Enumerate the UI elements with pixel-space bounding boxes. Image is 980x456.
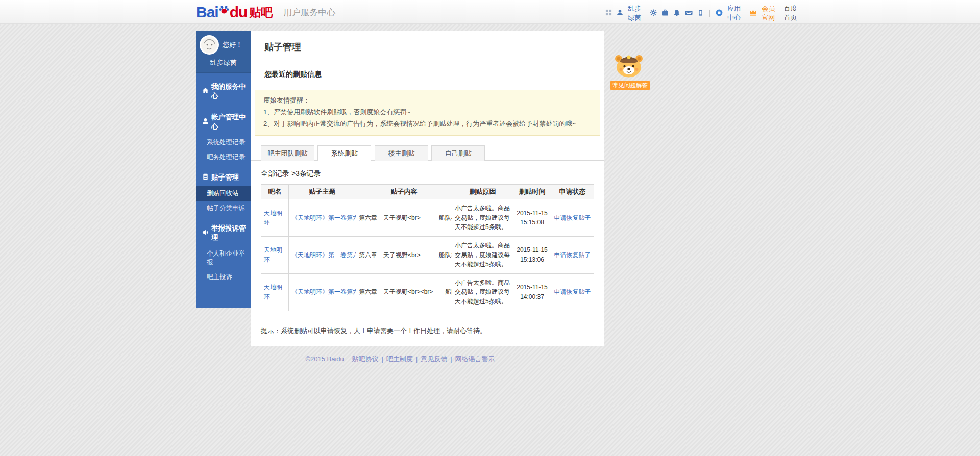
deleted-posts-table: 吧名 贴子主题 贴子内容 删贴原因 删贴时间 申请状态 天地明环 《天地明环》第… (261, 184, 594, 311)
post-content-text: 第六章 天子视野<br><br> 船队在幽... (356, 273, 452, 311)
post-title-link[interactable]: 《天地明环》第一卷第六章 (291, 288, 356, 295)
footer-link-rumor-warning[interactable]: 网络谣言警示 (455, 355, 495, 363)
restore-request-link[interactable]: 申请恢复贴子 (554, 288, 591, 295)
sidebar-item-system-records[interactable]: 系统处理记录 (196, 135, 251, 150)
sidebar-menu: 我的服务中心 帐户管理中心 系统处理记录 吧务处理记录 (196, 73, 251, 285)
restore-request-link[interactable]: 申请恢复贴子 (554, 251, 591, 259)
restore-tip: 提示：系统删贴可以申请恢复，人工申请需要一个工作日处理，请耐心等待。 (261, 326, 604, 336)
col-post-content: 贴子内容 (356, 185, 452, 199)
tieba-logo[interactable]: Bai du 贴吧 用户服务中心 (196, 4, 335, 21)
post-title-link[interactable]: 《天地明环》第一卷第六章 (291, 214, 356, 221)
table-row: 天地明环 《天地明环》第一卷第六章 第六章 天子视野<br><br> 船队在幽.… (261, 273, 594, 311)
app-center-icon[interactable] (716, 9, 723, 18)
col-post-title: 贴子主题 (289, 185, 356, 199)
sidebar: 您好！ 乱步绿茵 我的服务中心 帐户管理中心 (196, 31, 251, 308)
baidu-home-link[interactable]: 百度首页 (784, 4, 801, 22)
notice-line-2: 2、对于影响吧内正常交流的广告行为，系统会视情况给予删贴处理，行为严重者还会被给… (263, 118, 592, 130)
post-content-text: 第六章 天子视野<br> 船队在幽州城... (356, 199, 452, 237)
vip-site-link[interactable]: 会员官网 (762, 4, 779, 22)
mobile-icon[interactable] (697, 9, 704, 18)
keyboard-icon[interactable] (685, 9, 693, 18)
tab-thread-owner-deletions[interactable]: 楼主删贴 (375, 145, 428, 161)
sidebar-greeting: 您好！ (223, 40, 242, 49)
table-row: 天地明环 《天地明环》第一卷第六章 第六章 天子视野<br> 船队在幽州城...… (261, 199, 594, 237)
gear-icon[interactable] (650, 9, 657, 18)
sidebar-section-label: 帐户管理中心 (211, 113, 251, 131)
sidebar-section-report-complaint[interactable]: 举报投诉管理 (196, 220, 251, 246)
topbar-right: 乱步绿茵 (605, 4, 801, 22)
footer-link-moderator-system[interactable]: 吧主制度 (386, 355, 413, 363)
logo-product-text: 贴吧 (249, 5, 273, 20)
delete-time-text: 2015-11-15 15:13:06 (513, 237, 551, 274)
sidebar-user-panel: 您好！ 乱步绿茵 (196, 31, 251, 73)
sidebar-item-post-category-appeal[interactable]: 帖子分类申诉 (196, 201, 251, 216)
col-forum-name: 吧名 (261, 185, 289, 199)
logo-divider (278, 7, 278, 17)
page-title: 贴子管理 (251, 31, 604, 61)
table-row: 天地明环 《天地明环》第一卷第六章 第六章 天子视野<br> 船队在幽州城...… (261, 237, 594, 274)
logo-bai-text: Bai (196, 4, 218, 21)
apps-grid-icon[interactable] (605, 9, 612, 17)
baidu-paw-icon (219, 5, 229, 17)
tab-system-deletions[interactable]: 系统删贴 (317, 145, 371, 161)
copyright-text: ©2015 Baidu (305, 355, 344, 363)
sidebar-section-label: 我的服务中心 (211, 82, 251, 100)
notice-line-1: 1、严禁使用刷贴软件刷贴哦，否则度娘会有惩罚~ (263, 107, 592, 118)
col-delete-reason: 删贴原因 (452, 185, 513, 199)
megaphone-icon (202, 229, 209, 237)
topbar-divider (709, 10, 710, 17)
faq-label: 常见问题解答 (610, 81, 650, 90)
header-band: Bai du 贴吧 用户服务中心 乱步绿茵 (0, 0, 980, 24)
footer-link-feedback[interactable]: 意见反馈 (421, 355, 447, 363)
sidebar-item-moderator-complaint[interactable]: 吧主投诉 (196, 270, 251, 285)
col-request-status: 申请状态 (551, 185, 594, 199)
recent-deletions-title: 您最近的删贴信息 (251, 61, 604, 86)
logo-du-text: du (230, 4, 248, 21)
forum-link[interactable]: 天地明环 (264, 246, 282, 263)
footer: ©2015 Baidu 贴吧协议|吧主制度|意见反馈|网络谣言警示 (196, 346, 604, 364)
sidebar-username: 乱步绿茵 (196, 58, 251, 67)
delete-time-text: 2015-11-15 15:15:08 (513, 199, 551, 237)
home-icon (202, 87, 209, 95)
delete-reason-text: 小广告太多啦。商品交易贴，度娘建议每天不能超过5条哦。 (452, 237, 513, 274)
briefcase-icon[interactable] (662, 9, 669, 18)
delete-time-text: 2015-11-15 14:00:37 (513, 273, 551, 311)
tab-moderator-team-deletions[interactable]: 吧主团队删贴 (261, 145, 314, 161)
notice-title: 度娘友情提醒： (263, 95, 592, 107)
footer-link-tieba-agreement[interactable]: 贴吧协议 (352, 355, 378, 363)
user-icon (202, 118, 209, 126)
table-header-row: 吧名 贴子主题 贴子内容 删贴原因 删贴时间 申请状态 (261, 185, 594, 199)
bear-mascot-icon (611, 70, 647, 79)
topbar-username[interactable]: 乱步绿茵 (628, 4, 645, 22)
sidebar-section-label: 贴子管理 (211, 173, 239, 182)
delete-reason-text: 小广告太多啦。商品交易贴，度娘建议每天不能超过5条哦。 (452, 273, 513, 311)
service-center-subtitle: 用户服务中心 (283, 7, 335, 18)
tab-self-deletions[interactable]: 自己删贴 (431, 145, 485, 161)
document-icon (202, 173, 209, 182)
post-title-link[interactable]: 《天地明环》第一卷第六章 (291, 251, 356, 259)
delete-reason-text: 小广告太多啦。商品交易贴，度娘建议每天不能超过5条哦。 (452, 199, 513, 237)
sidebar-section-label: 举报投诉管理 (211, 224, 251, 242)
sidebar-section-post-management[interactable]: 贴子管理 (196, 169, 251, 186)
avatar[interactable] (200, 35, 219, 55)
bell-icon[interactable] (673, 9, 680, 18)
record-summary: 全部记录 >3条记录 (261, 169, 604, 179)
friendly-reminder-notice: 度娘友情提醒： 1、严禁使用刷贴软件刷贴哦，否则度娘会有惩罚~ 2、对于影响吧内… (255, 90, 600, 136)
forum-link[interactable]: 天地明环 (264, 284, 282, 300)
col-delete-time: 删贴时间 (513, 185, 551, 199)
sidebar-item-deleted-post-recycle[interactable]: 删贴回收站 (196, 186, 251, 201)
post-content-text: 第六章 天子视野<br> 船队在幽州城... (356, 237, 452, 274)
faq-mascot[interactable]: 常见问题解答 (610, 53, 647, 90)
deletion-tabs: 吧主团队删贴 系统删贴 楼主删贴 自己删贴 (251, 145, 604, 161)
sidebar-section-account-management[interactable]: 帐户管理中心 (196, 109, 251, 135)
sidebar-item-forum-records[interactable]: 吧务处理记录 (196, 150, 251, 165)
crown-icon[interactable] (749, 9, 757, 17)
sidebar-section-my-service-center[interactable]: 我的服务中心 (196, 78, 251, 105)
forum-link[interactable]: 天地明环 (264, 210, 282, 226)
sidebar-item-personal-enterprise-report[interactable]: 个人和企业举报 (196, 246, 251, 270)
page-container: 您好！ 乱步绿茵 我的服务中心 帐户管理中心 (196, 31, 604, 346)
restore-request-link[interactable]: 申请恢复贴子 (554, 214, 591, 221)
main-content: 贴子管理 您最近的删贴信息 度娘友情提醒： 1、严禁使用刷贴软件刷贴哦，否则度娘… (251, 31, 604, 346)
app-center-link[interactable]: 应用中心 (727, 4, 745, 22)
user-icon[interactable] (617, 9, 623, 17)
